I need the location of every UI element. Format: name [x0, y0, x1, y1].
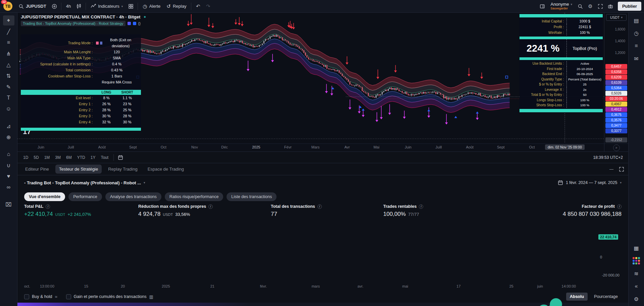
sidebar-settings-icon[interactable]: ⚙ — [631, 294, 642, 304]
equity-x-axis: oct.13:00:001520202521févr.marsavr.mai17… — [24, 283, 598, 291]
source-code-icon[interactable]: {} — [138, 21, 141, 25]
market-status-dot[interactable] — [143, 15, 146, 18]
redo-button[interactable]: ↷ — [203, 2, 213, 11]
alerts-icon[interactable]: ◷ — [631, 28, 642, 38]
strategy-selector[interactable]: - Trading Bot - TopBot Anomaly (Professi… — [24, 180, 145, 185]
price-level-label: 0,5364 — [605, 85, 627, 90]
save-status[interactable]: Sauvegarder — [550, 7, 568, 10]
info-icon[interactable]: i — [208, 204, 213, 209]
fullscreen-button[interactable] — [596, 2, 605, 11]
fib-tool[interactable]: ≡ — [3, 38, 14, 48]
alert-button[interactable]: ◷Alerte — [140, 2, 163, 11]
subtab-ratios-risque[interactable]: Ratios risque/performance — [165, 192, 224, 201]
layout-panels-button[interactable] — [538, 2, 547, 11]
info-icon[interactable]: i — [419, 204, 423, 209]
screenshot-button[interactable] — [606, 2, 615, 11]
watchlist-icon[interactable]: ▤ — [631, 15, 642, 25]
range-button-1m[interactable]: 1M — [42, 154, 52, 161]
subtab-performance[interactable]: Performance — [68, 192, 102, 201]
apps-grid-icon[interactable] — [631, 256, 642, 266]
trend-line-tool[interactable]: ╱ — [3, 26, 14, 37]
price-chart-plot[interactable]: 17 JUPUSDTPERP PERPETUAL MIX CONTRACT · … — [17, 13, 604, 143]
metric-value: 33,56% — [175, 212, 190, 217]
publish-button[interactable]: Publier — [618, 2, 641, 11]
range-row: 1D5D1M3M6MYTD1YTout 18:39:53 UTC+2 — [17, 151, 628, 163]
range-button-tout[interactable]: Tout — [98, 154, 111, 161]
price-level-label: 0,3576 — [605, 118, 627, 123]
camera-icon — [608, 4, 613, 9]
collapse-sidebar-icon[interactable]: « — [631, 281, 642, 291]
range-button-1y[interactable]: 1Y — [88, 154, 98, 161]
long-short-position-tool[interactable]: ⇅ — [3, 71, 14, 81]
subtab-analyse-transactions[interactable]: Analyse des transactions — [105, 192, 161, 201]
subtab-vue-ensemble[interactable]: Vue d'ensemble — [24, 192, 65, 201]
broadcast-icon[interactable]: ≋ — [631, 268, 642, 279]
object-tree-icon[interactable]: ≡ — [631, 41, 642, 51]
emoji-tool[interactable]: ☺ — [3, 104, 14, 114]
info-icon[interactable]: i — [617, 204, 622, 209]
remove-drawings-tool[interactable]: ⌧ — [3, 199, 14, 209]
link-tool[interactable]: ∞ — [3, 182, 14, 192]
account-menu[interactable]: Anonyme▾ Sauvegarder — [548, 2, 575, 10]
info-icon[interactable]: i — [46, 204, 50, 209]
replay-button[interactable]: ↺Replay — [164, 2, 189, 11]
range-button-5d[interactable]: 5D — [31, 154, 41, 161]
info-panel-row: Spread (calculate it in settings) :0.4 % — [21, 61, 141, 67]
info-icon[interactable]: i — [317, 204, 322, 209]
stats-panel-row: WinRate :100 % — [519, 30, 603, 36]
zoom-in-tool[interactable]: ⊕ — [3, 132, 14, 142]
equity-chart[interactable]: 22 410,74 0 -20 000,00 — [17, 222, 628, 283]
range-button-3m[interactable]: 3M — [53, 154, 63, 161]
crosshair-tool[interactable]: ⌖ — [3, 15, 14, 25]
range-button-1d[interactable]: 1D — [21, 154, 31, 161]
time-axis-label: Avr — [344, 145, 350, 149]
compare-add-symbol-button[interactable] — [50, 2, 59, 11]
chart-style-button[interactable] — [74, 2, 84, 11]
go-to-realtime-button[interactable]: » — [613, 144, 620, 151]
user-menu[interactable]: TB 12 — [3, 2, 12, 11]
strategy-legend-label[interactable]: Trading Bot - TopBot Anomaly (Profession… — [21, 21, 126, 26]
magnet-tool[interactable]: ∪ — [3, 160, 14, 170]
chat-icon[interactable]: ✉ — [631, 54, 642, 64]
minimize-panel-icon[interactable]: — — [609, 167, 613, 172]
pitchfork-tool[interactable]: ⋔ — [3, 49, 14, 59]
timeframe-button[interactable]: 4h — [63, 2, 73, 11]
shapes-tool[interactable]: △ — [3, 60, 14, 70]
go-to-date-button[interactable] — [113, 154, 123, 161]
long-short-header: LONGSHORT — [21, 90, 141, 95]
backtest-date-range[interactable]: 1 févr. 2024 — 7 sept. 2025▾ — [558, 180, 622, 185]
time-axis[interactable]: JuinJuillAoûtSeptOctNovDéc2025FévrMarsAv… — [17, 143, 628, 151]
metric-value: 4 924,78 — [138, 211, 160, 218]
subtab-liste-transactions[interactable]: Liste des transactions — [227, 192, 277, 201]
maximize-panel-icon[interactable] — [619, 167, 624, 172]
session-clock[interactable]: 18:39:53 UTC+2 — [593, 155, 625, 160]
range-button-6m[interactable]: 6M — [64, 154, 74, 161]
time-axis-label: Mars — [311, 145, 319, 149]
undo-button[interactable]: ↶ — [193, 2, 203, 11]
calendar-icon[interactable]: ▦ — [631, 243, 642, 253]
stickers-tool[interactable]: ⌂ — [3, 149, 14, 159]
divider — [191, 3, 191, 10]
favorites-tool[interactable]: ♥ — [3, 171, 14, 181]
tab-testeur-strategie[interactable]: Testeur de Stratégie — [55, 165, 102, 174]
time-axis-label: Oct — [529, 145, 535, 149]
indicators-button[interactable]: Indicateurs▾ — [88, 2, 126, 11]
tab-replay-trading[interactable]: Replay Trading — [104, 165, 141, 174]
info-panel-table-row: Entry 2 :28 %25 % — [21, 107, 141, 113]
symbol-search-button[interactable]: JUPUSDT — [16, 2, 49, 11]
metric-total-trades: Total des transactionsi77 — [271, 204, 380, 222]
price-axis[interactable]: USDT▾ 1,60001,40001,20000,64570,63580,62… — [604, 13, 628, 143]
info-panel-table-row: Entry 3 :30 %28 % — [21, 113, 141, 119]
tab-editeur-pine[interactable]: Editeur Pine — [21, 165, 53, 174]
range-button-ytd[interactable]: YTD — [75, 154, 88, 161]
currency-selector[interactable]: USDT▾ — [606, 14, 627, 21]
metric-value: 4 850 807 030 986,188 — [563, 211, 622, 218]
settings-button[interactable]: ⚙ — [586, 2, 595, 11]
brush-tool[interactable]: ✎ — [3, 82, 14, 92]
price-level-label: 0,6358 — [605, 69, 627, 74]
tab-espace-trading[interactable]: Espace de Trading — [144, 165, 188, 174]
quick-search-button[interactable] — [576, 2, 585, 11]
measure-tool[interactable]: ⊿ — [3, 121, 14, 131]
indicator-templates-button[interactable] — [126, 2, 136, 11]
text-tool[interactable]: T — [3, 93, 14, 103]
